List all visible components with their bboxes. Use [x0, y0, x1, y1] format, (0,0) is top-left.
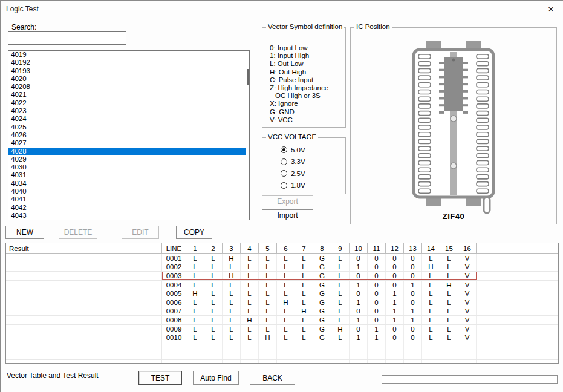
result-row: 0006LLLLLHLGL1010LLV [6, 298, 558, 307]
pin-value: L [422, 316, 440, 324]
copy-button[interactable]: COPY [176, 226, 212, 239]
result-cell [6, 316, 162, 324]
pin-value: 0 [368, 254, 386, 263]
vcc-voltage-group-title: VCC VOLTAGE [266, 133, 318, 140]
pin-value: L [186, 281, 204, 289]
pin-value [223, 360, 241, 364]
vcc-option-5-0v[interactable]: 5.0V [262, 144, 345, 156]
pin-value [241, 342, 259, 351]
vcc-voltage-group: VCC VOLTAGE 5.0V3.3V2.5V1.8V [262, 137, 346, 194]
device-list-item[interactable]: 4022 [8, 99, 246, 107]
pin-value: L [295, 254, 313, 263]
pin-value: L [204, 333, 223, 342]
rail-screw-top [451, 116, 457, 122]
line-number: 0005 [162, 289, 186, 298]
search-input[interactable] [8, 31, 126, 45]
pin-value: 1 [386, 307, 404, 316]
result-cell [6, 298, 162, 307]
pin-value: 0 [368, 298, 386, 307]
vcc-option-3-3v[interactable]: 3.3V [262, 156, 345, 168]
pin-value [386, 351, 404, 360]
device-list-item[interactable]: 4023 [8, 107, 246, 115]
result-row: 0008LLLHLLLGL1011LLV [6, 316, 558, 325]
device-list-item[interactable]: 4041 [8, 195, 246, 203]
pin-column-header: 7 [295, 243, 313, 253]
result-table-header: Result LINE 12345678910111213141516 [6, 243, 558, 254]
import-button[interactable]: Import [262, 209, 313, 221]
pin-value: L [241, 325, 259, 333]
pin-value [350, 342, 368, 351]
new-button[interactable]: NEW [5, 226, 44, 239]
pin-value: 0 [368, 272, 386, 280]
device-list-item[interactable]: 4034 [8, 180, 246, 188]
result-row: 0007LLLLLLHGL0011LLV [6, 307, 558, 316]
device-list-item[interactable]: 4040 [8, 188, 246, 195]
pin-value: 0 [404, 263, 422, 272]
device-list-item[interactable]: 4029 [8, 155, 246, 163]
pin-value: L [204, 298, 223, 307]
device-list[interactable]: 4019401924019340204020840214022402340244… [8, 50, 250, 220]
pin-value: H [295, 307, 313, 316]
pin-column-header: 6 [277, 243, 295, 253]
pin-value: V [458, 289, 477, 298]
vcc-option-2-5v[interactable]: 2.5V [262, 168, 345, 180]
device-list-item[interactable]: 4044 [8, 220, 246, 220]
pin-value [440, 342, 458, 351]
device-list-item[interactable]: 4021 [8, 91, 246, 99]
device-list-item[interactable]: 4025 [8, 123, 246, 131]
pin-value: L [186, 263, 204, 272]
vector-symbol-line: G: GND [270, 108, 328, 116]
device-list-item[interactable]: 4031 [8, 171, 246, 179]
pin-value [204, 351, 223, 360]
vcc-option-1-8v[interactable]: 1.8V [262, 180, 345, 192]
pin-value: L [295, 289, 313, 298]
device-list-item[interactable]: 40193 [8, 67, 246, 75]
pin-value [241, 351, 259, 360]
back-button[interactable]: BACK [250, 371, 295, 385]
result-cell [6, 263, 162, 272]
device-list-item[interactable]: 4030 [8, 163, 246, 171]
pin-value: L [259, 307, 277, 316]
device-list-item[interactable]: 4026 [8, 131, 246, 139]
pin-column-header: 8 [313, 243, 331, 253]
close-button[interactable]: × [542, 2, 560, 16]
pin-value: 0 [386, 263, 404, 272]
pin-value: L [422, 333, 440, 342]
device-list-item[interactable]: 40208 [8, 83, 246, 91]
row-values [162, 351, 477, 360]
row-values: 0007LLLLLLHGL0011LLV [162, 307, 477, 316]
vector-symbol-line: L: Out Low [270, 60, 328, 68]
device-list-item[interactable]: 4043 [8, 212, 246, 220]
pin-value [259, 360, 277, 364]
pin-value [241, 360, 259, 364]
pin-value: V [458, 281, 477, 289]
vcc-option-label: 3.3V [291, 158, 305, 165]
device-list-item[interactable]: 4020 [8, 75, 246, 83]
device-list-item[interactable]: 4042 [8, 204, 246, 212]
auto-find-button[interactable]: Auto Find [193, 371, 239, 385]
pin-value: V [458, 307, 477, 316]
pin-value: 1 [350, 316, 368, 324]
pin-value [422, 351, 440, 360]
pin-value: L [241, 307, 259, 316]
row-values: 0002LLLLLLLGL1000HLV [162, 263, 477, 272]
rail-screw-bottom [451, 163, 457, 169]
pin-value: 1 [386, 316, 404, 324]
test-button[interactable]: TEST [138, 371, 182, 385]
device-list-item[interactable]: 40192 [8, 59, 246, 67]
pin-value: H [186, 289, 204, 298]
device-list-item[interactable]: 4024 [8, 115, 246, 123]
pin-value: L [259, 325, 277, 333]
pin-value: 0 [404, 289, 422, 298]
vector-symbol-line: Z: High Impedance [270, 84, 328, 92]
device-list-item[interactable]: 4028 [8, 148, 246, 155]
list-scrollbar-thumb[interactable] [247, 69, 249, 85]
pin-value [331, 342, 350, 351]
pin-value: L [422, 289, 440, 298]
row-filler [477, 263, 558, 272]
row-values [162, 342, 477, 351]
device-list-item[interactable]: 4027 [8, 139, 246, 147]
pin-value: 0 [386, 333, 404, 342]
pin-value: L [186, 333, 204, 342]
device-list-item[interactable]: 4019 [8, 51, 246, 59]
